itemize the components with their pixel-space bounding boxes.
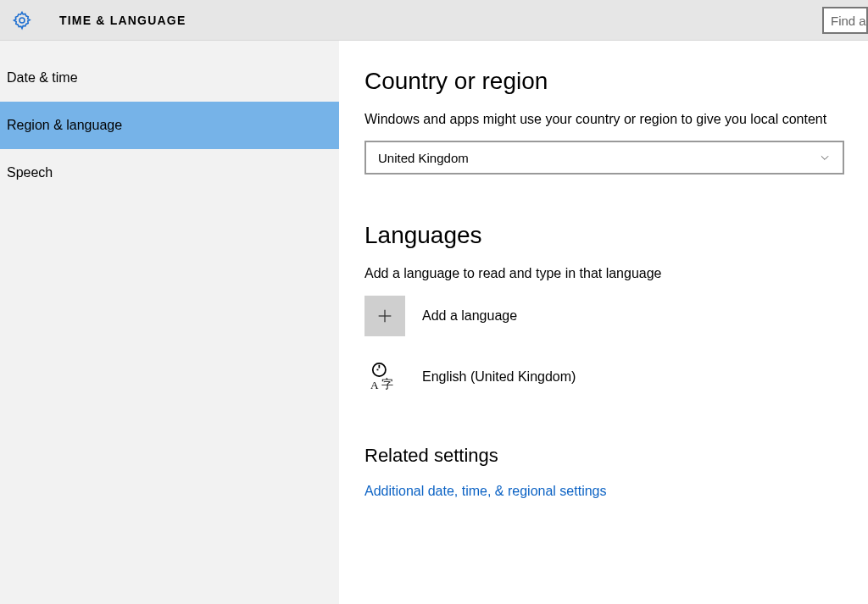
sidebar-item-date-time[interactable]: Date & time xyxy=(0,54,339,102)
sidebar: Date & time Region & language Speech xyxy=(0,41,339,604)
sidebar-item-label: Speech xyxy=(7,165,53,180)
sidebar-item-speech[interactable]: Speech xyxy=(0,149,339,197)
country-dropdown[interactable]: United Kingdom xyxy=(364,141,844,175)
main-content: Country or region Windows and apps might… xyxy=(339,41,868,604)
sidebar-item-label: Date & time xyxy=(7,70,78,86)
svg-point-0 xyxy=(19,18,25,23)
language-icon: A 字 xyxy=(369,361,401,393)
page-title: TIME & LANGUAGE xyxy=(59,14,186,27)
additional-settings-link[interactable]: Additional date, time, & regional settin… xyxy=(364,484,843,499)
languages-heading: Languages xyxy=(364,222,843,249)
chevron-down-icon xyxy=(819,152,831,163)
country-region-desc: Windows and apps might use your country … xyxy=(364,110,839,129)
related-settings-heading: Related settings xyxy=(364,445,843,467)
gear-icon xyxy=(12,10,32,30)
language-item[interactable]: A 字 English (United Kingdom) xyxy=(364,357,843,397)
header-bar: TIME & LANGUAGE Find a xyxy=(0,0,868,41)
svg-text:字: 字 xyxy=(381,377,393,391)
sidebar-item-label: Region & language xyxy=(7,118,122,133)
country-dropdown-value: United Kingdom xyxy=(378,151,469,165)
language-item-label: English (United Kingdom) xyxy=(422,369,576,385)
svg-text:A: A xyxy=(370,379,379,391)
search-input[interactable]: Find a xyxy=(822,7,868,34)
languages-desc: Add a language to read and type in that … xyxy=(364,264,839,283)
add-language-button[interactable]: Add a language xyxy=(364,296,843,336)
language-icon-box: A 字 xyxy=(364,357,405,397)
sidebar-item-region-language[interactable]: Region & language xyxy=(0,102,339,149)
add-tile xyxy=(364,296,405,336)
add-language-label: Add a language xyxy=(422,308,517,324)
search-placeholder: Find a xyxy=(831,14,866,28)
country-region-heading: Country or region xyxy=(364,68,843,95)
plus-icon xyxy=(376,307,394,325)
